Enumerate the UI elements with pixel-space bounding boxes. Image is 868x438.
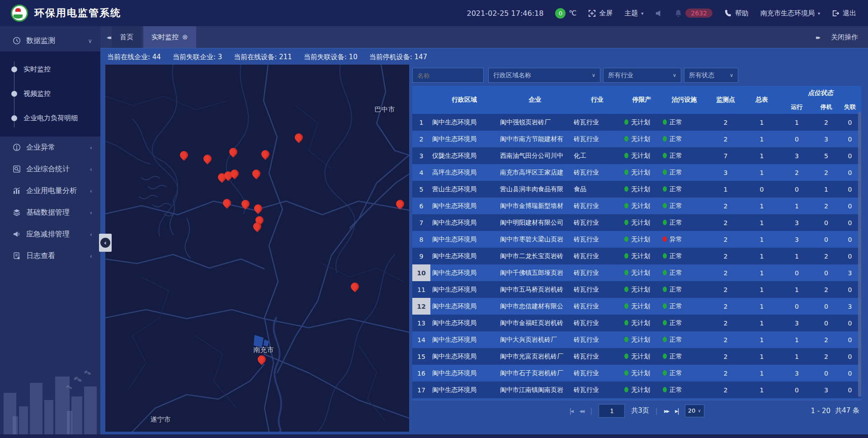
cell-production-status: 无计划: [623, 114, 661, 131]
sidebar-item-emergency-reduce[interactable]: 应急减排管理‹: [0, 223, 100, 245]
sidebar-item-enterprise-stats[interactable]: 企业综合统计‹: [0, 158, 100, 180]
status-select[interactable]: 所有状态 ∨: [684, 68, 738, 83]
cell-region: 阆中生态环境局: [430, 131, 498, 147]
cell-industry: 砖瓦行业: [572, 298, 623, 315]
table-row[interactable]: 17阆中生态环境局阆中市江南镇阆南页岩砖瓦行业无计划正常21030: [412, 381, 861, 398]
org-menu[interactable]: 南充市生态环境局 ▾: [760, 9, 820, 18]
table-row[interactable]: 11阆中生态环境局阆中市五马桥页岩机砖砖瓦行业无计划正常21120: [412, 281, 861, 298]
cell-company: 阆中市南方节能建材有: [498, 131, 572, 147]
cell-stop: 5: [814, 147, 839, 164]
page-size-select[interactable]: 20 ∨: [685, 405, 704, 417]
status-dot-green: [663, 170, 667, 175]
cell-region: 阆中生态环境局: [430, 214, 498, 231]
close-tab-icon[interactable]: ⊗: [182, 33, 188, 41]
sidebar-item-label: 基础数据管理: [26, 208, 70, 217]
chevron-down-icon: ∨: [88, 38, 92, 44]
cell-meters: 1: [744, 214, 780, 231]
cell-treatment-status: 正常: [661, 348, 708, 365]
sidebar-item-label: 企业用电量分析: [26, 186, 77, 196]
cell-treatment-status: 正常: [661, 331, 708, 348]
first-page-icon[interactable]: |◂: [569, 407, 573, 414]
cell-company: 南充市高坪区王家店建: [498, 164, 572, 181]
table-row[interactable]: 5营山生态环境局营山县润丰肉食品有限食品无计划正常10010: [412, 181, 861, 198]
cell-treatment-status: 正常: [661, 264, 708, 281]
column-header: 企业: [498, 86, 572, 114]
fullscreen-button[interactable]: 全屏: [588, 9, 613, 18]
close-operations-menu[interactable]: 关闭操作: [831, 33, 858, 42]
table-row[interactable]: 6阆中生态环境局阆中市金博瑞新型墙材砖瓦行业无计划正常21120: [412, 198, 861, 214]
logout-button[interactable]: 退出: [832, 9, 856, 18]
tab-realtime-monitor[interactable]: 实时监控 ⊗: [143, 26, 196, 48]
cell-production-status: 无计划: [623, 348, 661, 365]
map-city-label: 巴中市: [375, 105, 395, 114]
temperature: 0 ℃: [555, 8, 576, 19]
cell-stop: 2: [814, 281, 839, 298]
cell-production-status: 无计划: [623, 248, 661, 264]
row-number: 1: [412, 114, 430, 131]
prev-page-icon[interactable]: ◂◂: [579, 407, 584, 414]
status-dot-green: [663, 353, 667, 359]
sidebar-subitem-video-monitor[interactable]: 视频监控: [0, 81, 100, 106]
column-header: 行政区域: [430, 86, 498, 114]
tab-home[interactable]: 首页: [112, 26, 142, 48]
table-row[interactable]: 3仪陇生态环境局西南油气田分公司川中化工无计划正常71350: [412, 147, 861, 164]
table-row[interactable]: 15阆中生态环境局阆中市光富页岩机砖厂砖瓦行业无计划正常21120: [412, 348, 861, 365]
sidebar-menu: 数据监测∨实时监控视频监控企业电力负荷明细企业异常‹企业综合统计‹企业用电量分析…: [0, 26, 100, 267]
sidebar-item-power-analysis[interactable]: 企业用电量分析‹: [0, 180, 100, 202]
sidebar-item-base-data[interactable]: 基础数据管理‹: [0, 202, 100, 223]
industry-select[interactable]: 所有行业 ∨: [603, 68, 681, 83]
stat-item: 当前失联设备: 10: [304, 53, 358, 61]
status-dot-green: [624, 287, 628, 292]
chevron-down-icon: ∨: [730, 72, 733, 78]
tabs-scroll-right-icon[interactable]: ▸▸: [816, 34, 819, 41]
status-dot-green: [663, 119, 667, 125]
table-row[interactable]: 12阆中生态环境局阆中市忠信建材有限公砖瓦行业无计划正常21003: [412, 298, 861, 315]
chevron-left-icon: ‹: [90, 209, 92, 216]
notifications[interactable]: 2632: [675, 9, 712, 18]
cell-run: 3: [780, 214, 814, 231]
table-scrollbar[interactable]: [858, 112, 861, 397]
sidebar-item-label: 企业异常: [26, 143, 55, 152]
sidebar-item-log-view[interactable]: 日志查看‹: [0, 245, 100, 267]
cell-production-status: 无计划: [623, 365, 661, 381]
name-search-input[interactable]: [412, 68, 484, 83]
column-subheader: 停机: [814, 100, 839, 114]
status-dot-green: [624, 370, 628, 376]
sidebar-subitem-power-load-detail[interactable]: 企业电力负荷明细: [0, 106, 100, 130]
cell-points: 2: [708, 331, 744, 348]
page-number-input[interactable]: [599, 404, 625, 418]
table-row[interactable]: 10阆中生态环境局阆中千佛镇五郎垭页岩砖瓦行业无计划正常21003: [412, 264, 861, 281]
table-row[interactable]: 7阆中生态环境局阆中明阳建材有限公司砖瓦行业无计划正常21300: [412, 214, 861, 231]
cell-stop: 0: [814, 298, 839, 315]
next-page-icon[interactable]: ▸▸: [664, 407, 669, 414]
column-header: 行业: [572, 86, 623, 114]
table-row[interactable]: 16阆中生态环境局阆中市石子页岩机砖厂砖瓦行业无计划正常21300: [412, 365, 861, 381]
table-row[interactable]: 9阆中生态环境局阆中市二龙长宝页岩砖砖瓦行业无计划正常21120: [412, 248, 861, 264]
cell-stop: 2: [814, 164, 839, 181]
cell-stop: 2: [814, 248, 839, 264]
sidebar-item-enterprise-abnormal[interactable]: 企业异常‹: [0, 137, 100, 158]
theme-menu[interactable]: 主题 ▾: [624, 9, 643, 18]
sidebar-collapse-handle[interactable]: ‹: [99, 234, 112, 252]
table-row[interactable]: 13阆中生态环境局阆中市金福旺页岩机砖砖瓦行业无计划正常21300: [412, 315, 861, 331]
mute-speaker-icon[interactable]: [655, 9, 663, 17]
table-row[interactable]: 4高坪生态环境局南充市高坪区王家店建砖瓦行业无计划正常31220: [412, 164, 861, 181]
help-button[interactable]: 帮助: [724, 9, 749, 18]
chevron-down-icon: ∨: [673, 72, 676, 78]
table-row[interactable]: 1阆中生态环境局阆中强锐页岩砖厂砖瓦行业无计划正常21120: [412, 114, 861, 131]
map[interactable]: 巴中市南充市遂宁市: [105, 65, 409, 432]
sidebar-item-data-monitor[interactable]: 数据监测∨: [0, 30, 100, 52]
sidebar-subitem-realtime-monitor[interactable]: 实时监控: [0, 57, 100, 81]
region-select[interactable]: 行政区域名称 ∨: [488, 68, 600, 83]
table-row[interactable]: 8阆中生态环境局阆中市枣碧大梁山页岩砖瓦行业无计划异常21300: [412, 231, 861, 248]
last-page-icon[interactable]: ▸|: [675, 407, 679, 414]
tabs-scroll-left-icon[interactable]: ◂◂: [107, 34, 110, 41]
cell-production-status: 无计划: [623, 164, 661, 181]
cell-treatment-status: 正常: [661, 298, 708, 315]
table-row[interactable]: 14阆中生态环境局阆中大兴页岩机砖厂砖瓦行业无计划正常21120: [412, 331, 861, 348]
chevron-down-icon: ▾: [641, 11, 643, 16]
table-row[interactable]: 2阆中生态环境局阆中市南方节能建材有砖瓦行业无计划正常21030: [412, 131, 861, 147]
cell-stop: 2: [814, 114, 839, 131]
cell-industry: 砖瓦行业: [572, 248, 623, 264]
cell-region: 阆中生态环境局: [430, 315, 498, 331]
